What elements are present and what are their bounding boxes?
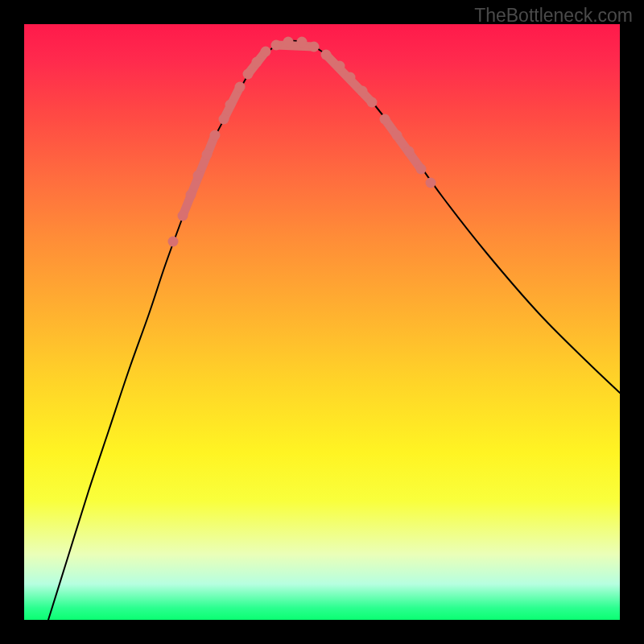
bottleneck-curve <box>48 41 620 620</box>
plot-area <box>24 24 620 620</box>
marker-dot <box>193 171 204 181</box>
marker-dot <box>380 114 390 125</box>
marker-dot <box>404 147 415 157</box>
curve-svg <box>24 24 620 620</box>
marker-dot <box>367 97 378 108</box>
marker-dot <box>335 61 345 72</box>
marker-dot <box>357 86 368 97</box>
marker-dot <box>321 50 332 60</box>
marker-dot <box>271 40 282 51</box>
marker-dot <box>225 100 236 110</box>
marker-segment <box>276 45 314 47</box>
marker-dot <box>297 37 308 47</box>
marker-dot <box>392 130 402 141</box>
watermark-label: TheBottleneck.com <box>474 5 633 27</box>
marker-dot <box>309 42 320 52</box>
chart-frame: TheBottleneck.com <box>0 0 644 644</box>
marker-segment <box>385 119 421 169</box>
marker-dot <box>243 69 254 80</box>
marker-dot <box>202 150 213 160</box>
marker-dot <box>252 57 262 68</box>
marker-dot <box>426 178 436 188</box>
marker-dot <box>178 211 188 221</box>
marker-dot <box>168 237 179 247</box>
marker-dot <box>219 114 229 125</box>
marker-dot <box>345 72 356 83</box>
marker-dot <box>416 164 427 175</box>
marker-dot <box>261 47 271 57</box>
marker-dot <box>186 190 196 200</box>
marker-dot <box>210 130 221 141</box>
marker-dot <box>235 82 246 93</box>
marker-dot <box>283 37 294 47</box>
